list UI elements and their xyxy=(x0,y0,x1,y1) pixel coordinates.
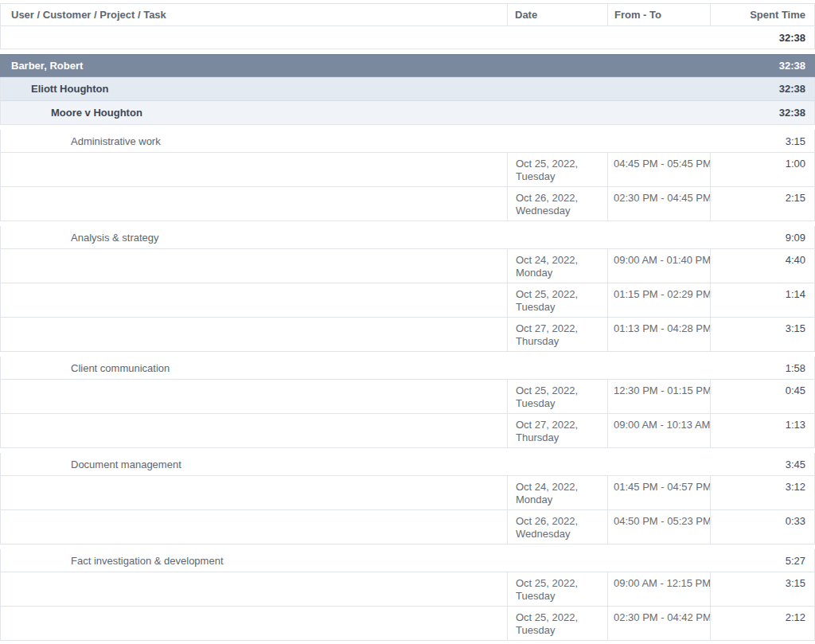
user-name: Barber, Robert xyxy=(1,60,710,72)
task-row: Analysis & strategy 9:09 xyxy=(0,226,815,249)
task-row: Client communication 1:58 xyxy=(0,357,815,380)
time-entry-row: Oct 25, 2022, Tuesday 04:45 PM - 05:45 P… xyxy=(0,153,815,187)
entry-date: Oct 25, 2022, Tuesday xyxy=(507,153,607,186)
entry-from-to: 09:00 AM - 10:13 AM xyxy=(607,414,710,447)
column-header-from-to: From - To xyxy=(607,4,710,25)
project-group-row: Moore v Houghton 32:38 xyxy=(0,101,815,125)
entry-from-to: 02:30 PM - 04:45 PM xyxy=(607,187,710,221)
table-header-row: User / Customer / Project / Task Date Fr… xyxy=(0,3,815,26)
time-entry-row: Oct 25, 2022, Tuesday 01:15 PM - 02:29 P… xyxy=(0,283,815,318)
column-header-spent-time: Spent Time xyxy=(710,4,814,25)
user-total-spent-time: 32:38 xyxy=(710,60,814,72)
time-entry-row: Oct 25, 2022, Tuesday 02:30 PM - 04:42 P… xyxy=(0,607,815,641)
entry-date: Oct 24, 2022, Monday xyxy=(507,476,607,509)
entry-date: Oct 26, 2022, Wednesday xyxy=(507,510,607,544)
column-header-date: Date xyxy=(507,4,607,25)
task-total-spent-time: 3:45 xyxy=(710,459,814,470)
entry-spent-time: 3:15 xyxy=(710,572,814,606)
time-entry-row: Oct 24, 2022, Monday 01:45 PM - 04:57 PM… xyxy=(0,476,815,510)
time-entry-row: Oct 26, 2022, Wednesday 02:30 PM - 04:45… xyxy=(0,187,815,221)
time-entry-row: Oct 26, 2022, Wednesday 04:50 PM - 05:23… xyxy=(0,510,815,544)
project-name: Moore v Houghton xyxy=(1,107,710,119)
time-entry-row: Oct 27, 2022, Thursday 01:13 PM - 04:28 … xyxy=(0,318,815,352)
task-total-spent-time: 3:15 xyxy=(710,135,814,147)
project-total-spent-time: 32:38 xyxy=(710,107,814,119)
entry-from-to: 04:45 PM - 05:45 PM xyxy=(607,153,710,186)
entry-date: Oct 27, 2022, Thursday xyxy=(507,318,607,351)
entry-from-to: 12:30 PM - 01:15 PM xyxy=(607,380,710,413)
entry-from-to: 01:45 PM - 04:57 PM xyxy=(607,476,710,509)
customer-total-spent-time: 32:38 xyxy=(710,83,814,95)
customer-group-row: Eliott Houghton 32:38 xyxy=(0,77,815,101)
section-gap xyxy=(0,641,815,644)
task-row: Document management 3:45 xyxy=(0,453,815,476)
entry-date: Oct 25, 2022, Tuesday xyxy=(507,607,607,640)
entry-from-to: 02:30 PM - 04:42 PM xyxy=(607,607,710,640)
entry-from-to: 01:13 PM - 04:28 PM xyxy=(607,318,710,351)
grand-total-spent-time: 32:38 xyxy=(710,32,814,44)
entry-from-to: 01:15 PM - 02:29 PM xyxy=(607,283,710,317)
entry-spent-time: 4:40 xyxy=(710,249,814,283)
task-row: Fact investigation & development 5:27 xyxy=(0,549,815,572)
entry-spent-time: 2:12 xyxy=(710,607,814,640)
entry-spent-time: 3:12 xyxy=(710,476,814,509)
entry-spent-time: 1:13 xyxy=(710,414,814,447)
task-name: Document management xyxy=(1,459,710,470)
entry-spent-time: 2:15 xyxy=(710,187,814,221)
entry-spent-time: 3:15 xyxy=(710,318,814,351)
task-row: Administrative work 3:15 xyxy=(0,130,815,153)
entry-date: Oct 25, 2022, Tuesday xyxy=(507,283,607,317)
entry-date: Oct 25, 2022, Tuesday xyxy=(507,572,607,606)
time-entry-row: Oct 27, 2022, Thursday 09:00 AM - 10:13 … xyxy=(0,414,815,448)
entry-date: Oct 26, 2022, Wednesday xyxy=(507,187,607,221)
entry-date: Oct 24, 2022, Monday xyxy=(507,249,607,283)
task-total-spent-time: 1:58 xyxy=(710,362,814,374)
entry-from-to: 09:00 AM - 12:15 PM xyxy=(607,572,710,606)
entry-spent-time: 0:45 xyxy=(710,380,814,413)
task-name: Fact investigation & development xyxy=(1,555,710,567)
time-entry-row: Oct 25, 2022, Tuesday 09:00 AM - 12:15 P… xyxy=(0,572,815,607)
time-report-table: User / Customer / Project / Task Date Fr… xyxy=(0,3,815,644)
entry-spent-time: 1:14 xyxy=(710,283,814,317)
task-name: Analysis & strategy xyxy=(1,232,710,244)
task-name: Client communication xyxy=(1,362,710,374)
task-total-spent-time: 9:09 xyxy=(710,232,814,244)
entry-date: Oct 27, 2022, Thursday xyxy=(507,414,607,447)
time-entry-row: Oct 24, 2022, Monday 09:00 AM - 01:40 PM… xyxy=(0,249,815,283)
customer-name: Eliott Houghton xyxy=(1,83,710,95)
entry-from-to: 09:00 AM - 01:40 PM xyxy=(607,249,710,283)
user-group-row: Barber, Robert 32:38 xyxy=(0,54,815,77)
entry-spent-time: 0:33 xyxy=(710,510,814,544)
task-total-spent-time: 5:27 xyxy=(710,555,814,567)
entry-date: Oct 25, 2022, Tuesday xyxy=(507,380,607,413)
task-name: Administrative work xyxy=(1,135,710,147)
grand-total-row: 32:38 xyxy=(0,26,815,49)
entry-from-to: 04:50 PM - 05:23 PM xyxy=(607,510,710,544)
entry-spent-time: 1:00 xyxy=(710,153,814,186)
time-entry-row: Oct 25, 2022, Tuesday 12:30 PM - 01:15 P… xyxy=(0,380,815,414)
column-header-user-customer-project-task: User / Customer / Project / Task xyxy=(1,9,507,21)
